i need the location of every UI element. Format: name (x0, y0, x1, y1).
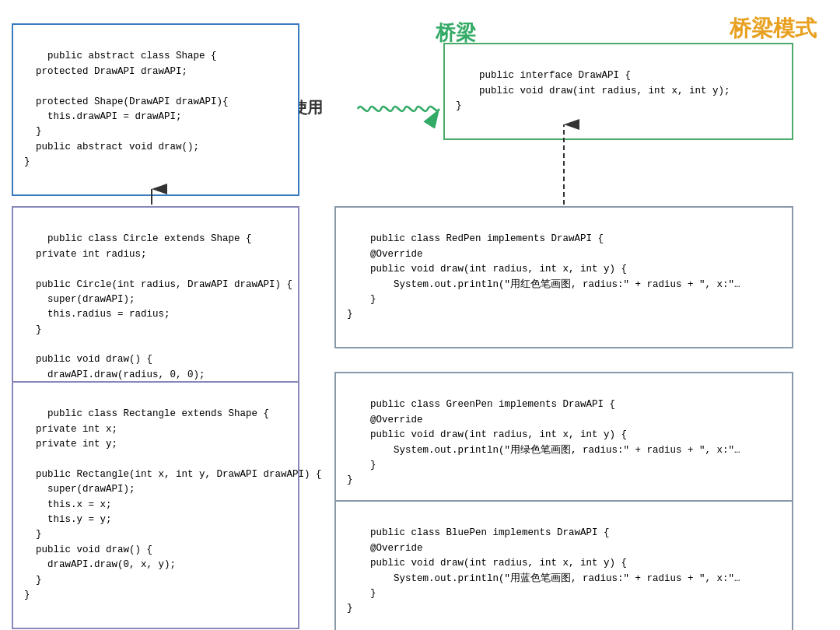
drawapi-interface-box: public interface DrawAPI { public void d… (443, 43, 793, 140)
drawapi-interface-code: public interface DrawAPI { public void d… (456, 70, 730, 111)
red-pen-box: public class RedPen implements DrawAPI {… (334, 206, 793, 348)
green-pen-box: public class GreenPen implements DrawAPI… (334, 372, 793, 514)
rectangle-class-code: public class Rectangle extends Shape { p… (24, 408, 322, 600)
page-container: 桥梁模式 桥梁 使用 public abstract class Shape {… (0, 0, 840, 630)
shape-abstract-box: public abstract class Shape { protected … (12, 23, 299, 196)
rectangle-class-box: public class Rectangle extends Shape { p… (12, 381, 299, 629)
blue-pen-box: public class BluePen implements DrawAPI … (334, 500, 793, 630)
page-title: 桥梁模式 (730, 14, 817, 44)
blue-pen-code: public class BluePen implements DrawAPI … (347, 527, 740, 614)
red-pen-code: public class RedPen implements DrawAPI {… (347, 233, 740, 320)
green-pen-code: public class GreenPen implements DrawAPI… (347, 399, 740, 485)
shape-abstract-code: public abstract class Shape { protected … (24, 51, 229, 167)
